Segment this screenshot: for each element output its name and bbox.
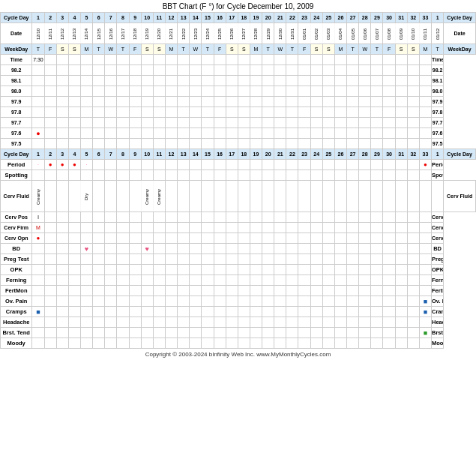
temp-row-982: 98.2 98.2 [1,65,476,76]
ferning-label-left: Ferning [1,275,32,286]
wd-27: T [347,44,359,55]
date-20: 12/29 [262,23,274,44]
wd-24: S [310,44,322,55]
time-val: 7:30 [32,55,44,65]
wd-31: S [395,44,407,55]
cervopn-row: Cerv Opn ● Cerv Opn [1,233,476,244]
ferning-label-right: Ferning [432,275,444,286]
spotting-label-right: Spotting [432,170,444,181]
cervfluid-row: Cerv Fluid Creamy Dry Creamy Creamy Cerv… [1,181,476,212]
period-dot-1: · [37,162,39,167]
headache-label-left: Headache [1,317,32,328]
wd-28: W [359,44,371,55]
date-6: 12/15 [93,23,105,44]
cervpos-row: Cerv Pos l Cerv Pos [1,212,476,223]
cd-1: 1 [32,13,44,23]
cervopn-dot-1: ● [37,235,40,242]
headache-row: Headache Headache [1,317,476,328]
wd-2: F [44,44,56,55]
period-dot-2: ● [49,161,52,168]
moody-label-left: Moody [1,338,32,349]
cervfirm-label-right: Cerv Firm [432,223,444,233]
date-26: 01/04 [334,23,346,44]
date-2: 12/11 [44,23,56,44]
wd-33: M [419,44,431,55]
wd-10: S [141,44,153,55]
cycle-day-row-mid: Cycle Day 1234 5678 9101112 13141516 171… [1,149,476,160]
cd-32: 32 [407,13,419,23]
period-dot-4: ● [73,161,76,168]
wd-18: S [238,44,250,55]
cervpos-label-left: Cerv Pos [1,212,32,223]
cd-4: 4 [68,13,80,23]
date-label-right: Date [444,23,476,44]
date-15: 12/24 [202,23,214,44]
cervfluid-label-right: Cerv Fluid [444,181,476,212]
period-dot-34: ● [424,161,427,168]
cd-20: 20 [262,13,274,23]
cd-31: 31 [395,13,407,23]
date-19: 12/28 [250,23,262,44]
cycle-day-row-top: Cycle Day 1 2 3 4 5 6 7 8 9 10 11 12 13 … [1,13,476,23]
wd-4: S [68,44,80,55]
wd-14: W [190,44,202,55]
wd-12: M [165,44,177,55]
temp-row-978: 97.8 97.8 [1,107,476,118]
cd-5: 5 [80,13,92,23]
brsttend-label-left: Brst. Tend [1,328,32,338]
cd-27: 27 [347,13,359,23]
date-11: 12/20 [153,23,165,44]
time-label-right: Time [432,55,444,65]
cramps-sq-1: ■ [36,308,40,316]
wd-32: S [407,44,419,55]
cervopn-label-left: Cerv Opn [1,233,32,244]
bd-row: BD ♥ ♥ BD [1,244,476,254]
cd-25: 25 [322,13,334,23]
temp-row-979: 97.9 97.9 [1,97,476,107]
date-25: 01/03 [322,23,334,44]
cd-2: 2 [44,13,56,23]
cd-10: 10 [141,13,153,23]
fertmon-row: FertMon FertMon [1,286,476,296]
wd-8: T [117,44,129,55]
wd-34: T [432,44,444,55]
cervfirm-label-left: Cerv Firm [1,223,32,233]
wd-1: T [32,44,44,55]
period-dot-5: · [86,162,88,167]
headache-label-right: Headache [432,317,444,328]
date-33: 01/11 [419,23,431,44]
date-18: 12/27 [238,23,250,44]
date-28: 01/06 [359,23,371,44]
moody-row: Moody Moody [1,338,476,349]
period-label-left: Period [1,160,32,170]
wd-21: W [274,44,286,55]
brsttend-row: Brst. Tend ■ Brst. Tend [1,328,476,338]
ovpain-label-left: Ov. Pain [1,296,32,307]
wd-26: M [334,44,346,55]
wd-3: S [56,44,68,55]
date-14: 12/23 [190,23,202,44]
moody-label-right: Moody [432,338,444,349]
cramps-row: Cramps ■ ■ Cramps [1,307,476,317]
wd-11: S [153,44,165,55]
opk-label-right: OPK [432,265,444,275]
ovpain-label-right: Ov. Pain [432,296,444,307]
ferning-row: Ferning Ferning [1,275,476,286]
cramps-label-right: Cramps [432,307,444,317]
bbt-chart: Cycle Day 1 2 3 4 5 6 7 8 9 10 11 12 13 … [0,12,476,349]
wd-16: F [214,44,226,55]
cd-17: 17 [226,13,238,23]
temp-row-975: 97.5 97.5 [1,139,476,149]
date-13: 12/22 [178,23,190,44]
bd-label-right: BD [432,244,444,254]
date-34: 01/12 [432,23,444,44]
brsttend-sq-33: ■ [424,329,427,337]
date-16: 12/25 [214,23,226,44]
ovpain-sq-33: ■ [424,298,427,305]
time-label-left: Time [1,55,32,65]
cd-3: 3 [56,13,68,23]
bd-heart-10: ♥ [145,245,149,253]
temp-row-976: 97.6 ● 97.6 [1,128,476,139]
date-1: 12/10 [32,23,44,44]
date-31: 01/09 [395,23,407,44]
